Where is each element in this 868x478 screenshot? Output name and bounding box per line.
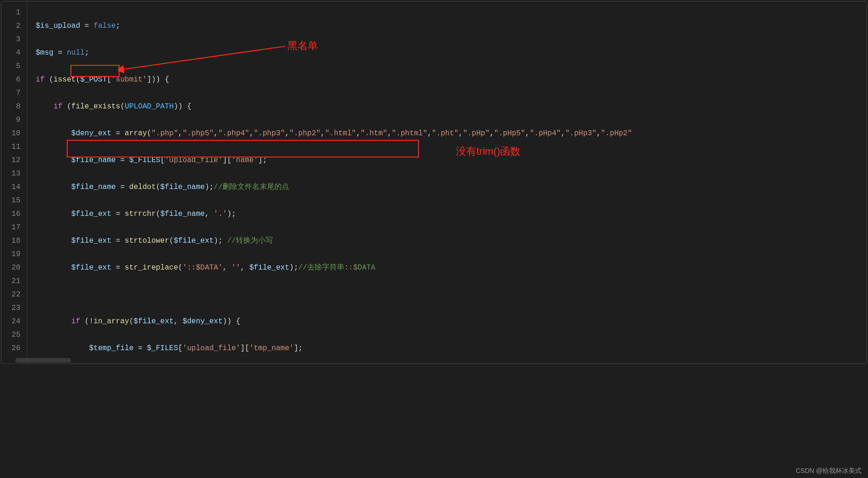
code-line: $file_name = deldot($file_name);//删除文件名末… — [36, 181, 867, 194]
code-line: if (isset($_POST['submit'])) { — [36, 73, 867, 87]
watermark: CSDN @给我杯冰美式 — [796, 467, 862, 475]
code-line: $is_upload = false; — [36, 19, 867, 33]
code-line: $temp_file = $_FILES['upload_file']['tmp… — [36, 342, 867, 355]
line-number-gutter: 1 2 3 4 5 6 7 8 9 10 11 12 13 14 15 16 1… — [1, 1, 27, 364]
code-line: $file_name = $_FILES['upload_file']['nam… — [36, 154, 867, 167]
code-line: if (!in_array($file_ext, $deny_ext)) { — [36, 315, 867, 328]
code-area[interactable]: $is_upload = false; $msg = null; if (iss… — [27, 1, 867, 364]
code-line: $deny_ext = array(".php",".php5",".php4"… — [36, 127, 867, 140]
code-line: $file_ext = strrchr($file_name, '.'); — [36, 208, 867, 221]
code-line: $file_ext = str_ireplace('::$DATA', '', … — [36, 261, 867, 275]
code-line: if (file_exists(UPLOAD_PATH)) { — [36, 100, 867, 113]
code-editor[interactable]: 1 2 3 4 5 6 7 8 9 10 11 12 13 14 15 16 1… — [1, 1, 867, 364]
code-line: $file_ext = strtolower($file_ext); //转换为… — [36, 234, 867, 248]
horizontal-scrollbar[interactable] — [15, 358, 71, 363]
code-line: $msg = null; — [36, 46, 867, 60]
code-line — [36, 288, 867, 302]
